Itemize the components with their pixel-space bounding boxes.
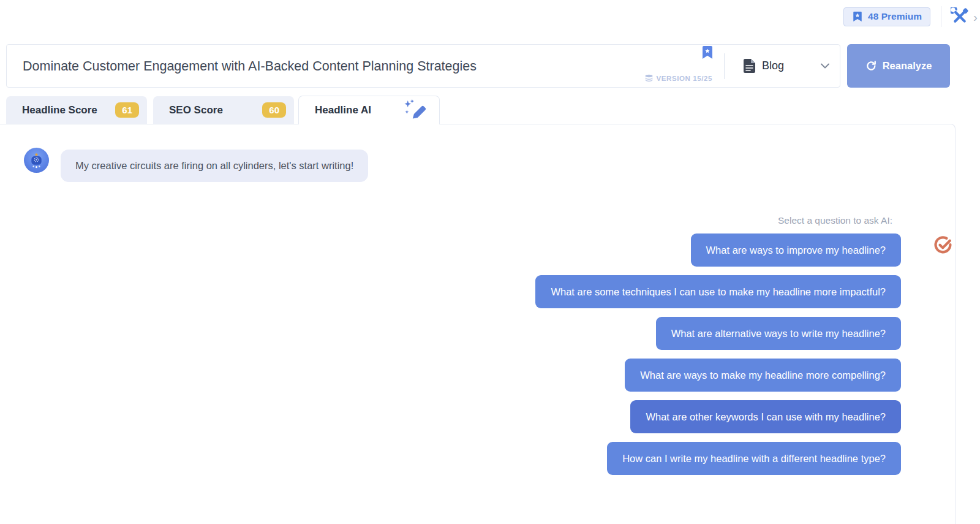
- premium-badge[interactable]: 48 Premium: [843, 7, 930, 26]
- content-type-dropdown[interactable]: Blog: [737, 45, 830, 87]
- robot-avatar: [24, 148, 49, 173]
- seo-score-badge: 60: [262, 102, 286, 118]
- version-indicator: VERSION 15/25: [645, 74, 712, 82]
- topbar-divider: [941, 6, 941, 27]
- document-icon: [744, 59, 755, 73]
- tab-label: SEO Score: [169, 104, 223, 116]
- ai-question-button[interactable]: What are ways to improve my headline?: [691, 234, 901, 267]
- version-label: VERSION 15/25: [656, 75, 712, 82]
- pencil-sparkles-icon: [402, 99, 429, 122]
- ai-question-button[interactable]: What are alternative ways to write my he…: [656, 317, 901, 350]
- layers-icon: [645, 74, 653, 82]
- ai-question-button[interactable]: How can I write my headline with a diffe…: [607, 442, 901, 475]
- headline-input-card: Dominate Customer Engagement with AI-Bac…: [6, 44, 840, 88]
- headline-title[interactable]: Dominate Customer Engagement with AI-Bac…: [23, 58, 477, 74]
- refresh-icon: [865, 60, 877, 72]
- bot-message-bubble: My creative circuits are firing on all c…: [61, 150, 368, 182]
- content-type-value: Blog: [762, 59, 784, 72]
- chevron-right-icon[interactable]: ›: [973, 10, 978, 23]
- tab-seo-score[interactable]: SEO Score 60: [153, 96, 294, 124]
- header-divider: [724, 53, 725, 79]
- tab-label: Headline AI: [315, 104, 371, 116]
- headline-score-badge: 61: [115, 102, 139, 118]
- tools-icon[interactable]: [951, 7, 969, 26]
- ai-question-button[interactable]: What are other keywords I can use with m…: [630, 400, 901, 433]
- ai-question-button[interactable]: What are some techniques I can use to ma…: [535, 275, 901, 308]
- tab-label: Headline Score: [22, 104, 97, 116]
- check-circle-icon[interactable]: [934, 236, 952, 254]
- bookmark-icon[interactable]: [703, 46, 712, 61]
- headline-ai-panel: My creative circuits are firing on all c…: [0, 124, 956, 524]
- chevron-down-icon: [820, 63, 830, 69]
- select-question-label: Select a question to ask AI:: [778, 215, 892, 226]
- tab-headline-score[interactable]: Headline Score 61: [6, 96, 147, 124]
- topbar: 48 Premium ›: [843, 6, 978, 27]
- ai-questions-panel: Select a question to ask AI: What are wa…: [535, 215, 901, 475]
- tab-headline-ai[interactable]: Headline AI: [298, 96, 440, 124]
- reanalyze-label: Reanalyze: [883, 60, 932, 72]
- premium-badge-label: 48 Premium: [868, 11, 922, 22]
- ai-question-list: What are ways to improve my headline?Wha…: [535, 234, 901, 475]
- ai-question-button[interactable]: What are ways to make my headline more c…: [625, 359, 901, 392]
- reanalyze-button[interactable]: Reanalyze: [847, 44, 950, 88]
- bookmark-star-icon: [852, 11, 863, 22]
